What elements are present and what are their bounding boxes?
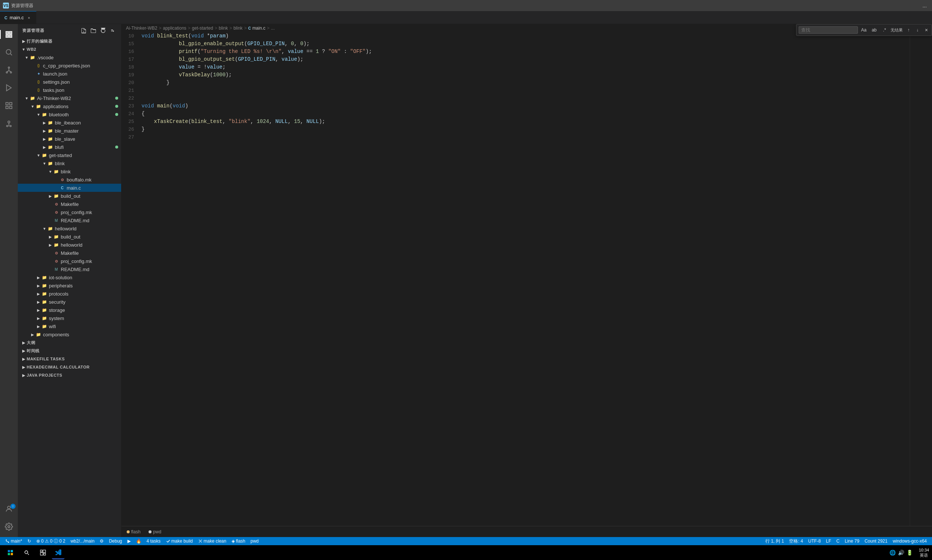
blink-outer-folder[interactable]: ▼ 📁 blink bbox=[18, 159, 121, 168]
vscode-folder[interactable]: ▼ 📁 .vscode bbox=[18, 53, 121, 62]
taskbar-volume[interactable]: 🔊 bbox=[898, 550, 904, 555]
new-folder-btn[interactable] bbox=[89, 27, 97, 35]
find-regex-btn[interactable]: .* bbox=[880, 26, 889, 34]
hw-proj-config[interactable]: ⚙ proj_config.mk bbox=[18, 257, 121, 265]
terminal-tab-flash[interactable]: flash bbox=[123, 528, 144, 536]
find-close-btn[interactable]: × bbox=[923, 27, 929, 33]
collapse-btn[interactable] bbox=[109, 27, 117, 35]
peripherals-folder[interactable]: ▶ 📁 peripherals bbox=[18, 282, 121, 290]
taskbar-search[interactable] bbox=[19, 546, 34, 559]
taskbar-vscode[interactable] bbox=[52, 546, 65, 559]
tab-close-btn[interactable]: × bbox=[26, 15, 32, 21]
activity-extensions[interactable] bbox=[0, 97, 18, 114]
find-next-btn[interactable]: ↓ bbox=[913, 26, 922, 34]
wb2-section[interactable]: ▼ WB2 bbox=[18, 45, 121, 53]
title-dots[interactable]: ... bbox=[920, 1, 929, 10]
status-encoding[interactable]: UTF-8 bbox=[806, 537, 823, 545]
status-pwd[interactable]: pwd bbox=[248, 537, 261, 545]
main-c-file[interactable]: C main.c bbox=[18, 184, 121, 192]
storage-folder[interactable]: ▶ 📁 storage bbox=[18, 306, 121, 314]
activity-search[interactable] bbox=[0, 43, 18, 61]
ble-ibeacon-folder[interactable]: ▶ 📁 ble_ibeacon bbox=[18, 118, 121, 127]
ai-thinker-folder[interactable]: ▼ 📁 Ai-Thinker-WB2 bbox=[18, 94, 121, 102]
terminal-tab-pwd[interactable]: pwd bbox=[145, 528, 165, 536]
hexadecimal-section[interactable]: ▶ HEXADECIMAL CALCULATOR bbox=[18, 363, 121, 371]
bluetooth-folder[interactable]: ▼ 📁 bluetooth bbox=[18, 110, 121, 118]
proj-config-file[interactable]: ⚙ proj_config.mk bbox=[18, 208, 121, 216]
blink-build-out[interactable]: ▶ 📁 build_out bbox=[18, 192, 121, 200]
makefile-tasks-section[interactable]: ▶ MAKEFILE TASKS bbox=[18, 355, 121, 363]
status-sync[interactable]: ↻ bbox=[25, 537, 33, 545]
blink-makefile[interactable]: ⚙ Makefile bbox=[18, 200, 121, 208]
launch-json-file[interactable]: ✦ launch.json bbox=[18, 70, 121, 78]
new-file-btn[interactable] bbox=[80, 27, 88, 35]
tasks-json-file[interactable]: {} tasks.json bbox=[18, 86, 121, 94]
find-case-btn[interactable]: Aa bbox=[860, 26, 868, 34]
status-file-type[interactable]: C bbox=[834, 537, 842, 545]
activity-run[interactable] bbox=[0, 79, 18, 97]
hw-build-out[interactable]: ▶ 📁 build_out bbox=[18, 232, 121, 241]
status-make-build[interactable]: make build bbox=[164, 537, 195, 545]
status-tasks[interactable]: 4 tasks bbox=[145, 537, 163, 545]
blufi-folder[interactable]: ▶ 📁 blufi bbox=[18, 143, 121, 151]
java-projects-section[interactable]: ▶ JAVA PROJECTS bbox=[18, 371, 121, 379]
status-branch[interactable]: main* bbox=[3, 537, 25, 545]
taskbar-start[interactable] bbox=[3, 546, 18, 559]
status-cursor[interactable]: 行 1, 列 1 bbox=[763, 537, 786, 545]
open-editors-section[interactable]: ▶ 打开的编辑器 bbox=[18, 37, 121, 45]
status-debug-icon[interactable]: ⚙ bbox=[97, 537, 106, 545]
status-line-ending[interactable]: LF bbox=[824, 537, 834, 545]
code-editor[interactable]: 10 void blink_test(void *param) 15 bl_gp… bbox=[121, 32, 910, 526]
ble-master-folder[interactable]: ▶ 📁 ble_master bbox=[18, 127, 121, 135]
breadcrumb-main-c[interactable]: main.c bbox=[252, 26, 265, 31]
blink-readme[interactable]: M README.md bbox=[18, 216, 121, 225]
status-debug[interactable]: Debug bbox=[107, 537, 124, 545]
bouffalo-file[interactable]: ⚙ bouffalo.mk bbox=[18, 175, 121, 184]
ble-slave-folder[interactable]: ▶ 📁 ble_slave bbox=[18, 135, 121, 143]
settings-json-file[interactable]: {} settings.json bbox=[18, 78, 121, 86]
wifi-folder[interactable]: ▶ 📁 wifi bbox=[18, 322, 121, 330]
iot-solution-folder[interactable]: ▶ 📁 iot-solution bbox=[18, 273, 121, 282]
status-spaces[interactable]: 空格: 4 bbox=[787, 537, 805, 545]
find-input[interactable] bbox=[799, 26, 858, 34]
breadcrumb-get-started[interactable]: get-started bbox=[192, 26, 213, 31]
status-make-clean[interactable]: make clean bbox=[196, 537, 229, 545]
c-cpp-properties-file[interactable]: {} c_cpp_properties.json bbox=[18, 62, 121, 70]
breadcrumb-blink1[interactable]: blink bbox=[218, 26, 228, 31]
status-errors[interactable]: ⊗ 0 ⚠ 0 ⓘ 0 2 bbox=[34, 537, 68, 545]
taskbar-network[interactable]: 🌐 bbox=[889, 550, 896, 555]
status-word-count[interactable]: Count 2921 bbox=[862, 537, 890, 545]
activity-settings[interactable] bbox=[0, 519, 18, 537]
system-folder[interactable]: ▶ 📁 system bbox=[18, 314, 121, 322]
hw-readme[interactable]: M README.md bbox=[18, 265, 121, 273]
breadcrumb-blink2[interactable]: blink bbox=[233, 26, 243, 31]
activity-source-control[interactable] bbox=[0, 61, 18, 79]
breadcrumb-ai-thinker[interactable]: Ai-Thinker-WB2 bbox=[126, 26, 157, 31]
taskbar-clock[interactable]: 10:34 英语 bbox=[919, 548, 929, 558]
refresh-btn[interactable] bbox=[99, 27, 107, 35]
blink-inner-folder[interactable]: ▼ 📁 blink bbox=[18, 168, 121, 175]
status-run[interactable]: ▶ bbox=[125, 537, 133, 545]
taskbar-taskview[interactable] bbox=[35, 546, 51, 559]
hw-hw-folder[interactable]: ▶ 📁 helloworld bbox=[18, 241, 121, 249]
outline-section[interactable]: ▶ 大纲 bbox=[18, 338, 121, 347]
applications-folder[interactable]: ▼ 📁 applications bbox=[18, 102, 121, 110]
helloworld-folder[interactable]: ▼ 📁 helloworld bbox=[18, 225, 121, 232]
get-started-folder[interactable]: ▼ 📁 get-started bbox=[18, 151, 121, 159]
protocols-folder[interactable]: ▶ 📁 protocols bbox=[18, 290, 121, 298]
tab-main-c[interactable]: C main.c × bbox=[0, 11, 36, 24]
security-folder[interactable]: ▶ 📁 security bbox=[18, 298, 121, 306]
hw-makefile[interactable]: ⚙ Makefile bbox=[18, 249, 121, 257]
breadcrumb-ellipsis[interactable]: ... bbox=[271, 26, 274, 31]
status-flash[interactable]: ◈ flash bbox=[229, 537, 248, 545]
status-line-num[interactable]: Line 79 bbox=[843, 537, 861, 545]
find-prev-btn[interactable]: ↑ bbox=[904, 26, 913, 34]
activity-git[interactable] bbox=[0, 114, 18, 132]
activity-explorer[interactable] bbox=[0, 26, 18, 43]
taskbar-battery[interactable]: 🔋 bbox=[906, 550, 913, 555]
activity-accounts[interactable]: ! bbox=[0, 502, 18, 519]
status-fire[interactable]: 🔥 bbox=[134, 537, 144, 545]
find-word-btn[interactable]: ab bbox=[870, 26, 879, 34]
status-compiler[interactable]: windows-gcc-x64 bbox=[890, 537, 929, 545]
status-wb2[interactable]: wb2/.../main bbox=[68, 537, 97, 545]
